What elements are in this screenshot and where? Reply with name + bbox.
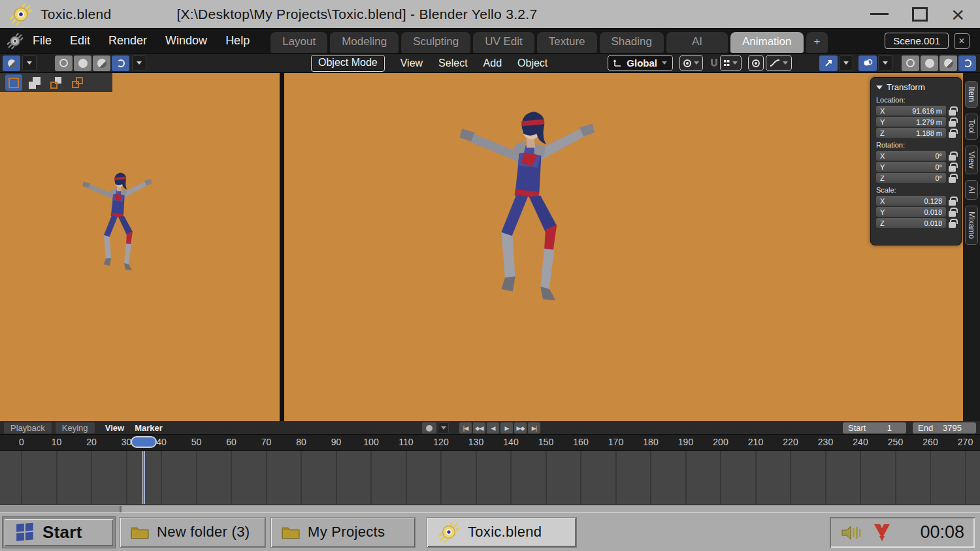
lock-icon[interactable] bbox=[949, 155, 956, 161]
shading-wireframe-icon[interactable] bbox=[902, 55, 919, 71]
mode-circle-outline-icon[interactable] bbox=[55, 55, 73, 71]
maximize-icon[interactable] bbox=[912, 7, 928, 22]
shading-rendered-icon[interactable] bbox=[958, 55, 976, 71]
start-button[interactable]: Start bbox=[3, 517, 115, 548]
location-y-field[interactable]: Y 1.279 m bbox=[876, 117, 946, 127]
tab-uv-edit[interactable]: UV Edit bbox=[473, 32, 534, 53]
tab-ai[interactable]: AI bbox=[666, 32, 728, 53]
lock-icon[interactable] bbox=[949, 177, 956, 183]
sidebar-tab-tool[interactable]: Tool bbox=[965, 114, 978, 140]
transform-panel-header[interactable]: Transform bbox=[876, 82, 956, 92]
sidebar-tab-ai[interactable]: AI bbox=[965, 180, 978, 199]
transform-orientation-dropdown[interactable]: Global bbox=[608, 55, 673, 71]
menu-file[interactable]: File bbox=[33, 34, 52, 48]
scale-x-field[interactable]: X 0.128 bbox=[876, 196, 946, 206]
select-box-set-icon[interactable] bbox=[5, 74, 22, 91]
snap-settings-dropdown[interactable] bbox=[720, 55, 742, 71]
keying-dropdown[interactable]: Keying bbox=[56, 422, 95, 433]
character-right-viewport[interactable] bbox=[449, 98, 601, 316]
mode-chevron-icon[interactable] bbox=[132, 55, 146, 71]
prev-keyframe-button[interactable]: ◆◀ bbox=[473, 422, 485, 433]
tab-sculpting[interactable]: Sculpting bbox=[401, 32, 470, 53]
blender-icon[interactable] bbox=[7, 33, 24, 50]
proportional-falloff-dropdown[interactable] bbox=[766, 55, 792, 71]
tab-animation[interactable]: Animation bbox=[730, 32, 804, 53]
playhead-line[interactable] bbox=[142, 451, 145, 504]
menu-view[interactable]: View bbox=[400, 57, 423, 69]
editor-type-chevron-icon[interactable] bbox=[22, 55, 37, 71]
taskbar-button-toxic-blend[interactable]: Toxic.blend bbox=[427, 517, 577, 548]
scene-unlink-icon[interactable]: × bbox=[954, 33, 970, 49]
rotation-z-field[interactable]: Z 0° bbox=[876, 173, 946, 183]
lock-icon[interactable] bbox=[949, 110, 956, 116]
pivot-point-dropdown[interactable] bbox=[679, 55, 703, 71]
timeline-menu-view[interactable]: View bbox=[105, 423, 124, 433]
lock-icon[interactable] bbox=[949, 211, 956, 217]
scale-y-field[interactable]: Y 0.018 bbox=[876, 207, 946, 217]
menu-select[interactable]: Select bbox=[438, 57, 467, 69]
proportional-edit-icon[interactable] bbox=[748, 55, 764, 71]
magnet-icon[interactable] bbox=[710, 57, 719, 69]
sidebar-tab-item[interactable]: Item bbox=[965, 81, 978, 108]
record-icon[interactable] bbox=[422, 422, 436, 433]
mode-circle-half-icon[interactable] bbox=[93, 55, 110, 71]
next-keyframe-button[interactable]: ▶◆ bbox=[514, 422, 527, 433]
select-box-subtract-icon[interactable] bbox=[48, 74, 65, 91]
tab-layout[interactable]: Layout bbox=[270, 32, 327, 53]
play-button[interactable]: ▶ bbox=[500, 422, 513, 433]
shading-material-icon[interactable] bbox=[939, 55, 957, 71]
show-overlays-icon[interactable] bbox=[858, 55, 877, 71]
lock-icon[interactable] bbox=[949, 121, 956, 127]
viewport-divider[interactable] bbox=[280, 73, 284, 421]
jump-to-end-button[interactable]: ▶| bbox=[528, 422, 540, 433]
menu-render[interactable]: Render bbox=[108, 34, 147, 48]
tab-modeling[interactable]: Modeling bbox=[330, 32, 399, 53]
scale-z-field[interactable]: Z 0.018 bbox=[876, 218, 946, 228]
timeline-scrollbar[interactable] bbox=[0, 505, 980, 512]
scene-name-field[interactable]: Scene.001 bbox=[885, 33, 949, 49]
playback-dropdown[interactable]: Playback bbox=[4, 422, 52, 433]
antivirus-icon[interactable] bbox=[873, 523, 891, 543]
menu-window[interactable]: Window bbox=[165, 34, 207, 48]
menu-help[interactable]: Help bbox=[225, 34, 250, 48]
volume-icon[interactable] bbox=[840, 523, 862, 543]
timeline-menu-marker[interactable]: Marker bbox=[135, 423, 163, 433]
lock-icon[interactable] bbox=[949, 222, 956, 228]
minimize-icon[interactable] bbox=[870, 13, 889, 15]
character-left-viewport[interactable] bbox=[77, 158, 155, 286]
play-reverse-button[interactable]: ◀ bbox=[487, 422, 499, 433]
lock-icon[interactable] bbox=[949, 166, 956, 172]
gizmo-chevron-icon[interactable] bbox=[839, 55, 853, 71]
menu-object[interactable]: Object bbox=[517, 57, 547, 69]
show-gizmo-icon[interactable] bbox=[819, 55, 838, 71]
mode-circle-fill-icon[interactable] bbox=[74, 55, 91, 71]
add-workspace-button[interactable]: + bbox=[806, 32, 828, 53]
timeline-track[interactable] bbox=[0, 451, 980, 505]
rotation-x-field[interactable]: X 0° bbox=[876, 151, 946, 161]
overlays-chevron-icon[interactable] bbox=[878, 55, 892, 71]
lock-icon[interactable] bbox=[949, 132, 956, 138]
sidebar-tab-mixamo[interactable]: Mixamo bbox=[965, 206, 978, 245]
select-box-extend-icon[interactable] bbox=[27, 74, 44, 91]
taskbar-button-new-folder[interactable]: New folder (3) bbox=[120, 517, 266, 548]
frame-ruler[interactable]: 0102030405060708090100110120130140150160… bbox=[0, 435, 980, 451]
menu-edit[interactable]: Edit bbox=[70, 34, 90, 48]
viewport-area[interactable]: Transform Location: X 91.616 m Y 1.279 m… bbox=[0, 73, 980, 421]
shading-solid-icon[interactable] bbox=[921, 55, 938, 71]
jump-to-start-button[interactable]: |◀ bbox=[459, 422, 472, 433]
start-frame-field[interactable]: Start 1 bbox=[843, 422, 906, 433]
close-icon[interactable]: × bbox=[951, 7, 964, 22]
lock-icon[interactable] bbox=[949, 200, 956, 206]
mode-rotate-icon[interactable] bbox=[112, 55, 129, 71]
tab-texture[interactable]: Texture bbox=[537, 32, 597, 53]
tab-shading[interactable]: Shading bbox=[600, 32, 664, 53]
playhead-handle[interactable] bbox=[131, 436, 157, 448]
object-mode-selector[interactable]: Object Mode bbox=[311, 55, 385, 72]
end-frame-field[interactable]: End 3795 bbox=[913, 422, 976, 433]
record-chevron-icon[interactable] bbox=[438, 422, 449, 433]
editor-type-icon[interactable] bbox=[3, 55, 20, 71]
sidebar-tab-view[interactable]: View bbox=[965, 146, 978, 174]
location-z-field[interactable]: Z 1.188 m bbox=[876, 128, 946, 138]
rotation-y-field[interactable]: Y 0° bbox=[876, 162, 946, 172]
select-box-invert-icon[interactable] bbox=[70, 74, 87, 91]
